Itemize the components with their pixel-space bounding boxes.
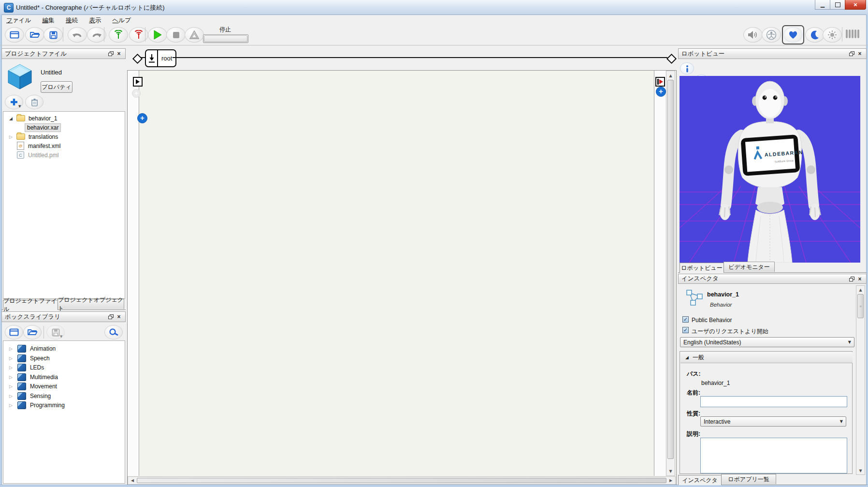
general-section-header[interactable]: ◢ 一般 xyxy=(680,352,853,363)
tree-collapsed-icon[interactable]: ▷ xyxy=(9,375,13,380)
new-project-button[interactable] xyxy=(5,27,24,43)
float-panel-icon[interactable] xyxy=(107,314,114,320)
float-panel-icon[interactable] xyxy=(107,51,114,57)
wake-button[interactable] xyxy=(823,27,842,43)
scroll-right-arrow[interactable]: ▶ xyxy=(667,477,674,484)
tree-collapsed-icon[interactable]: ▷ xyxy=(9,134,13,139)
robot-3d-viewport[interactable]: ALDEBARAN SoftBank Group xyxy=(680,76,860,263)
float-panel-icon[interactable] xyxy=(848,51,855,57)
scroll-up-arrow[interactable]: ▲ xyxy=(666,72,675,79)
close-panel-icon[interactable]: × xyxy=(116,314,122,320)
tab-robo-apps[interactable]: ロボアプリ一覧 xyxy=(721,474,776,484)
stop-button[interactable] xyxy=(166,27,186,43)
robot-life-button[interactable] xyxy=(782,25,804,44)
menu-connection[interactable]: 接続 xyxy=(61,15,83,26)
library-item-multimedia[interactable]: ▷ Multimedia xyxy=(3,372,124,382)
add-file-dropdown-arrow[interactable]: ▼ xyxy=(18,104,21,108)
maximize-button[interactable] xyxy=(830,0,845,10)
close-button[interactable]: × xyxy=(845,0,866,10)
canvas-output-connector[interactable] xyxy=(655,77,665,87)
stop-slider[interactable] xyxy=(203,34,248,43)
library-item-speech[interactable]: ▷ Speech xyxy=(3,354,124,363)
undo-button[interactable] xyxy=(68,27,87,43)
add-input-button[interactable] xyxy=(137,113,147,123)
inspector-scrollbar[interactable]: ▲ ≡ ▼ xyxy=(856,285,865,475)
flow-diagram-canvas[interactable]: ▲ ▼ ◀ ▶ xyxy=(127,70,677,485)
save-dropdown-arrow[interactable]: ▼ xyxy=(60,335,62,339)
float-panel-icon[interactable] xyxy=(848,276,855,282)
properties-button[interactable]: プロパティ xyxy=(41,81,72,93)
tab-project-objects[interactable]: プロジェクトオブジェクト xyxy=(58,299,124,309)
menu-file[interactable]: ファイル xyxy=(1,15,36,26)
scroll-down-arrow[interactable]: ▼ xyxy=(856,468,865,474)
stop-slider-thumb[interactable] xyxy=(204,35,247,42)
public-behavior-label: Public Behavior xyxy=(692,317,732,324)
tree-item-translations[interactable]: ▷ translations xyxy=(3,132,124,141)
play-button[interactable] xyxy=(148,27,167,43)
tree-item-label-selected[interactable]: behavior.xar xyxy=(25,123,61,132)
tree-item-manifest[interactable]: @ manifest.xml xyxy=(3,141,124,150)
menu-view[interactable]: 表示 xyxy=(84,15,106,26)
trash-icon xyxy=(31,98,38,106)
tree-collapsed-icon[interactable]: ▷ xyxy=(9,394,13,398)
redo-button[interactable] xyxy=(87,27,106,43)
add-input-button-faint[interactable] xyxy=(132,89,141,98)
tree-collapsed-icon[interactable]: ▷ xyxy=(9,403,13,408)
description-textarea[interactable] xyxy=(700,438,847,473)
scroll-down-arrow[interactable]: ▼ xyxy=(666,468,675,474)
disconnect-button[interactable] xyxy=(129,27,148,43)
canvas-vertical-scrollbar[interactable]: ▲ ▼ xyxy=(666,71,675,476)
canvas-input-connector[interactable] xyxy=(133,77,143,87)
name-input[interactable] xyxy=(700,396,847,407)
root-behavior-node[interactable]: root xyxy=(145,49,176,67)
add-output-button[interactable] xyxy=(656,87,666,97)
scrollbar-thumb[interactable] xyxy=(667,80,674,459)
canvas-horizontal-scrollbar[interactable]: ◀ ▶ xyxy=(128,476,676,485)
start-on-user-request-checkbox[interactable] xyxy=(682,327,689,333)
open-project-button[interactable] xyxy=(25,27,44,43)
tab-robot-view[interactable]: ロボットビュー xyxy=(680,263,724,273)
new-box-library-button[interactable] xyxy=(5,325,23,339)
sleep-button[interactable] xyxy=(805,27,825,43)
robot-info-button[interactable] xyxy=(680,62,694,74)
open-box-library-button[interactable] xyxy=(23,325,42,339)
tree-item-behavior-folder[interactable]: ◢ behavior_1 xyxy=(3,114,124,123)
search-box-button[interactable] xyxy=(104,325,123,339)
tree-expanded-icon[interactable]: ◢ xyxy=(9,116,13,121)
library-item-movement[interactable]: ▷ Movement xyxy=(3,382,124,391)
close-panel-icon[interactable]: × xyxy=(856,276,863,282)
nature-dropdown[interactable]: Interactive ▼ xyxy=(700,416,846,427)
tab-video-monitor[interactable]: ビデオモニター xyxy=(723,262,775,272)
tree-collapsed-icon[interactable]: ▷ xyxy=(9,384,13,389)
library-item-programming[interactable]: ▷ Programming xyxy=(3,400,124,410)
library-item-sensing[interactable]: ▷ Sensing xyxy=(3,391,124,400)
public-behavior-checkbox[interactable] xyxy=(682,316,689,323)
posture-button[interactable] xyxy=(762,27,781,43)
connect-button[interactable] xyxy=(109,27,128,43)
tree-item-behavior-xar[interactable]: behavior.xar xyxy=(3,123,124,132)
info-icon xyxy=(683,65,691,73)
delete-file-button[interactable] xyxy=(25,95,43,109)
language-dropdown[interactable]: English (UnitedStates) ▼ xyxy=(680,337,854,347)
library-item-leds[interactable]: ▷ LEDs xyxy=(3,363,124,372)
scroll-up-arrow[interactable]: ▲ xyxy=(856,287,865,293)
tree-item-pml[interactable]: C Untitled.pml xyxy=(3,150,124,160)
close-panel-icon[interactable]: × xyxy=(856,51,863,57)
minimize-button[interactable]: ▁ xyxy=(815,0,830,10)
save-project-button[interactable] xyxy=(43,27,63,43)
menu-help[interactable]: ヘルプ xyxy=(108,15,136,26)
menu-edit[interactable]: 編集 xyxy=(38,15,59,26)
volume-button[interactable] xyxy=(743,27,763,43)
tree-collapsed-icon[interactable]: ▷ xyxy=(9,346,13,351)
tab-project-files[interactable]: プロジェクトファイル xyxy=(3,300,58,310)
scrollbar-thumb[interactable]: ≡ xyxy=(857,294,864,318)
tree-collapsed-icon[interactable]: ▷ xyxy=(9,365,13,370)
scrollbar-thumb[interactable] xyxy=(137,478,666,483)
tab-inspector[interactable]: インスペクタ xyxy=(678,475,722,485)
title-bar[interactable]: C Untitled* - Choregraphe (バーチャルロボットに接続)… xyxy=(0,0,868,15)
close-panel-icon[interactable]: × xyxy=(116,51,122,57)
library-item-animation[interactable]: ▷ Animation xyxy=(3,344,124,353)
debug-button[interactable] xyxy=(185,27,204,43)
scroll-left-arrow[interactable]: ◀ xyxy=(129,477,136,484)
tree-collapsed-icon[interactable]: ▷ xyxy=(9,356,13,361)
